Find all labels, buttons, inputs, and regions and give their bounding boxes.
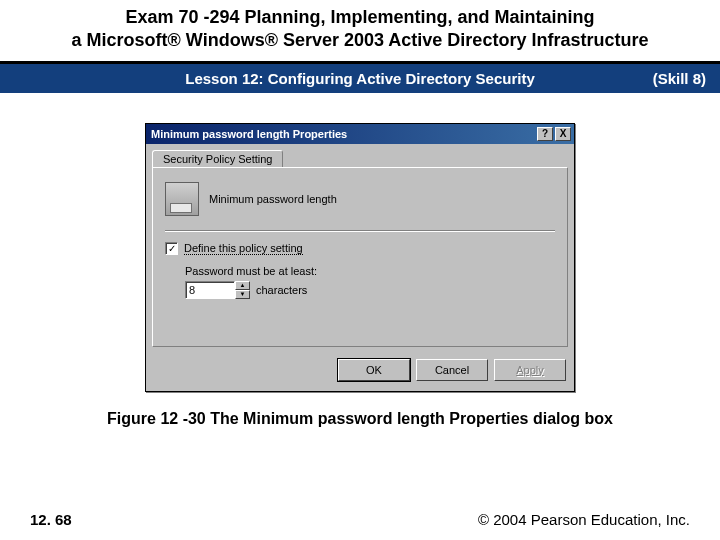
- dialog-tabs: Security Policy Setting: [146, 144, 574, 167]
- define-policy-row: ✓ Define this policy setting: [165, 242, 555, 255]
- lesson-title: Lesson 12: Configuring Active Directory …: [185, 70, 535, 87]
- length-input[interactable]: [185, 281, 235, 299]
- help-button[interactable]: ?: [537, 127, 553, 141]
- slide-footer: 12. 68 © 2004 Pearson Education, Inc.: [0, 511, 720, 528]
- copyright: © 2004 Pearson Education, Inc.: [478, 511, 690, 528]
- tab-panel: Minimum password length ✓ Define this po…: [152, 167, 568, 347]
- spinner-down[interactable]: ▼: [235, 290, 250, 299]
- lesson-bar: Lesson 12: Configuring Active Directory …: [0, 64, 720, 93]
- dialog-title: Minimum password length Properties: [149, 128, 535, 140]
- exam-title-line1: Exam 70 -294 Planning, Implementing, and…: [125, 7, 594, 27]
- spinner-up[interactable]: ▲: [235, 281, 250, 290]
- slide-header: Exam 70 -294 Planning, Implementing, and…: [0, 0, 720, 64]
- length-unit: characters: [256, 284, 307, 296]
- policy-header-row: Minimum password length: [165, 180, 555, 226]
- length-field-label: Password must be at least:: [185, 265, 555, 277]
- separator: [165, 230, 555, 232]
- exam-title: Exam 70 -294 Planning, Implementing, and…: [10, 6, 710, 53]
- cancel-button[interactable]: Cancel: [416, 359, 488, 381]
- dialog-titlebar: Minimum password length Properties ? X: [146, 124, 574, 144]
- figure-caption: Figure 12 -30 The Minimum password lengt…: [40, 410, 680, 428]
- tab-security-policy-setting[interactable]: Security Policy Setting: [152, 150, 283, 167]
- properties-dialog: Minimum password length Properties ? X S…: [145, 123, 575, 392]
- server-icon: [165, 182, 199, 216]
- length-field-row: Password must be at least: ▲ ▼ character…: [165, 265, 555, 299]
- apply-button[interactable]: Apply: [494, 359, 566, 381]
- help-icon: ?: [542, 129, 548, 139]
- exam-title-line2: a Microsoft® Windows® Server 2003 Active…: [72, 30, 649, 50]
- page-number: 12. 68: [30, 511, 72, 528]
- length-spinner: ▲ ▼ characters: [185, 281, 307, 299]
- skill-label: (Skill 8): [653, 70, 706, 87]
- define-policy-checkbox[interactable]: ✓: [165, 242, 178, 255]
- policy-name: Minimum password length: [209, 193, 337, 205]
- close-button[interactable]: X: [555, 127, 571, 141]
- ok-button[interactable]: OK: [338, 359, 410, 381]
- spinner-buttons: ▲ ▼: [235, 281, 250, 299]
- define-policy-label: Define this policy setting: [184, 242, 303, 255]
- close-icon: X: [560, 129, 567, 139]
- slide-content: Minimum password length Properties ? X S…: [0, 93, 720, 438]
- dialog-button-row: OK Cancel Apply: [146, 355, 574, 391]
